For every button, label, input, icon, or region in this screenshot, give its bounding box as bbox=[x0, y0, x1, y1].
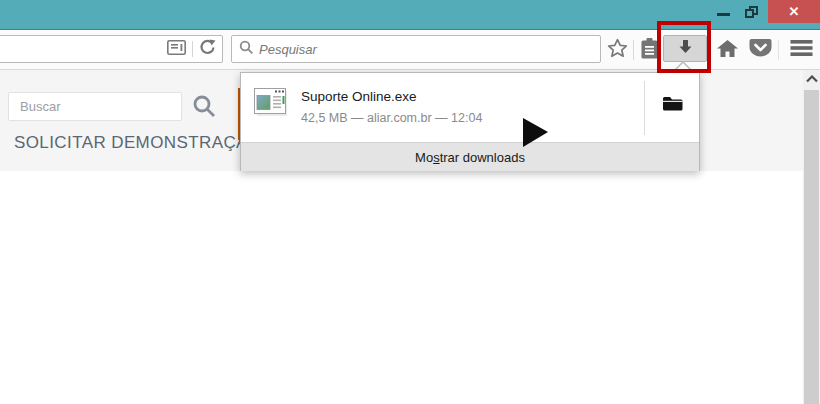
vertical-scrollbar[interactable] bbox=[803, 70, 820, 404]
home-icon bbox=[716, 39, 739, 62]
exe-file-icon bbox=[254, 88, 288, 121]
restore-icon bbox=[745, 6, 758, 18]
search-bar[interactable] bbox=[231, 35, 601, 63]
menu-button[interactable] bbox=[786, 37, 816, 63]
search-input[interactable] bbox=[254, 38, 600, 60]
panel-divider bbox=[644, 81, 645, 135]
downloads-panel: Suporte Online.exe 42,5 MB — aliar.com.b… bbox=[240, 72, 700, 171]
hamburger-icon bbox=[790, 39, 813, 61]
pocket-icon bbox=[749, 38, 772, 63]
search-icon bbox=[239, 40, 254, 59]
bookmark-star-button[interactable] bbox=[604, 37, 630, 63]
navigation-toolbar bbox=[0, 31, 820, 70]
toolbar-separator bbox=[633, 40, 634, 60]
minimize-icon bbox=[717, 13, 730, 16]
scroll-up-button[interactable] bbox=[803, 70, 820, 87]
toolbar-separator bbox=[778, 40, 779, 60]
titlebar: ✕ bbox=[0, 0, 820, 30]
page-heading: SOLICITAR DEMONSTRAÇÃO bbox=[14, 133, 261, 153]
download-file-name: Suporte Online.exe bbox=[301, 89, 417, 104]
chevron-up-icon bbox=[806, 75, 818, 83]
clipboard-icon bbox=[640, 38, 659, 63]
reader-mode-icon[interactable] bbox=[167, 40, 186, 59]
pocket-button[interactable] bbox=[747, 37, 773, 63]
page-search-input[interactable] bbox=[8, 92, 182, 121]
close-icon: ✕ bbox=[789, 4, 800, 19]
open-containing-folder-button[interactable] bbox=[654, 85, 690, 121]
show-all-downloads-button[interactable]: Mostrar downloads bbox=[241, 142, 699, 171]
close-button[interactable]: ✕ bbox=[768, 0, 820, 23]
home-button[interactable] bbox=[714, 37, 740, 63]
downloads-button[interactable] bbox=[663, 35, 707, 62]
bookmarks-menu-button[interactable] bbox=[636, 37, 662, 63]
url-bar[interactable] bbox=[0, 35, 223, 63]
browser-window: ✕ bbox=[0, 0, 820, 404]
minimize-button[interactable] bbox=[710, 0, 736, 23]
download-item[interactable]: Suporte Online.exe 42,5 MB — aliar.com.b… bbox=[241, 73, 699, 142]
scrollbar-thumb[interactable] bbox=[804, 90, 819, 404]
download-file-meta: 42,5 MB — aliar.com.br — 12:04 bbox=[301, 111, 482, 125]
restore-button[interactable] bbox=[737, 0, 765, 23]
download-arrow-icon bbox=[677, 39, 694, 59]
urlbar-separator bbox=[192, 41, 193, 57]
star-icon bbox=[607, 38, 628, 63]
folder-icon bbox=[662, 95, 683, 112]
reload-icon[interactable] bbox=[199, 39, 216, 60]
page-search-icon[interactable] bbox=[192, 94, 217, 123]
